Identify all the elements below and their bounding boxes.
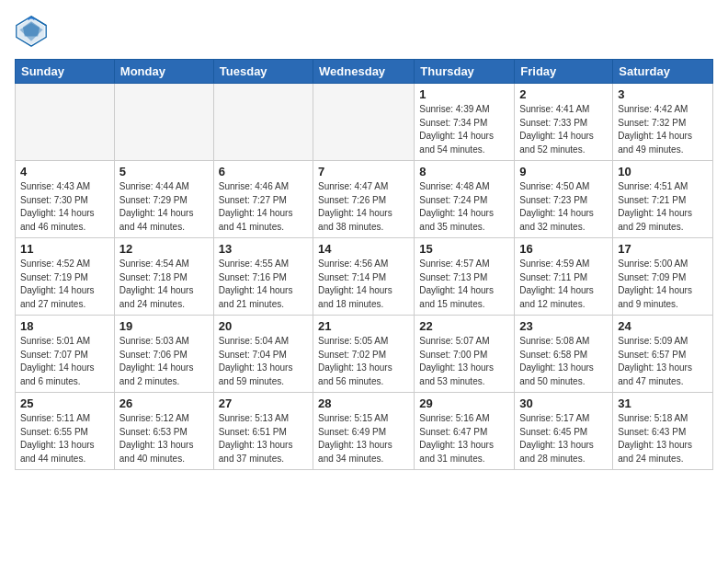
calendar-cell: 31Sunrise: 5:18 AM Sunset: 6:43 PM Dayli… (613, 393, 713, 470)
day-info: Sunrise: 5:00 AM Sunset: 7:09 PM Dayligh… (618, 258, 708, 311)
day-number: 27 (219, 396, 308, 410)
calendar-cell: 10Sunrise: 4:51 AM Sunset: 7:21 PM Dayli… (613, 161, 713, 238)
calendar-cell (313, 84, 415, 161)
day-number: 24 (618, 319, 708, 333)
day-number: 17 (618, 242, 708, 256)
day-info: Sunrise: 5:16 AM Sunset: 6:47 PM Dayligh… (419, 412, 509, 465)
day-info: Sunrise: 4:43 AM Sunset: 7:30 PM Dayligh… (20, 180, 109, 234)
calendar-cell: 9Sunrise: 4:50 AM Sunset: 7:23 PM Daylig… (515, 161, 613, 238)
day-number: 5 (119, 165, 209, 178)
day-number: 13 (219, 242, 308, 256)
calendar-cell: 24Sunrise: 5:09 AM Sunset: 6:57 PM Dayli… (613, 316, 713, 393)
calendar-cell: 2Sunrise: 4:41 AM Sunset: 7:33 PM Daylig… (515, 84, 613, 161)
day-info: Sunrise: 4:55 AM Sunset: 7:16 PM Dayligh… (219, 258, 308, 311)
day-info: Sunrise: 5:17 AM Sunset: 6:45 PM Dayligh… (519, 412, 608, 465)
day-info: Sunrise: 5:08 AM Sunset: 6:58 PM Dayligh… (519, 335, 608, 388)
calendar-cell: 22Sunrise: 5:07 AM Sunset: 7:00 PM Dayli… (415, 316, 515, 393)
day-number: 1 (419, 87, 509, 101)
day-number: 14 (318, 242, 409, 256)
calendar-table: SundayMondayTuesdayWednesdayThursdayFrid… (15, 59, 713, 470)
day-number: 20 (219, 319, 308, 333)
day-number: 15 (419, 242, 509, 256)
calendar-cell: 27Sunrise: 5:13 AM Sunset: 6:51 PM Dayli… (213, 393, 313, 470)
day-info: Sunrise: 4:50 AM Sunset: 7:23 PM Dayligh… (519, 180, 608, 234)
day-number: 7 (318, 165, 409, 178)
day-number: 8 (419, 165, 509, 178)
calendar-cell: 13Sunrise: 4:55 AM Sunset: 7:16 PM Dayli… (213, 238, 313, 316)
day-number: 28 (318, 396, 409, 410)
weekday-header-monday: Monday (114, 60, 213, 84)
day-number: 3 (618, 87, 708, 101)
day-info: Sunrise: 4:42 AM Sunset: 7:32 PM Dayligh… (618, 103, 708, 156)
day-info: Sunrise: 4:51 AM Sunset: 7:21 PM Dayligh… (618, 180, 708, 234)
calendar-cell: 18Sunrise: 5:01 AM Sunset: 7:07 PM Dayli… (16, 316, 115, 393)
page-header (15, 15, 713, 48)
calendar-week-3: 11Sunrise: 4:52 AM Sunset: 7:19 PM Dayli… (16, 238, 713, 316)
day-number: 31 (618, 396, 708, 410)
calendar-cell (16, 84, 115, 161)
day-info: Sunrise: 5:04 AM Sunset: 7:04 PM Dayligh… (219, 335, 308, 388)
day-info: Sunrise: 4:59 AM Sunset: 7:11 PM Dayligh… (519, 258, 608, 311)
calendar-cell: 29Sunrise: 5:16 AM Sunset: 6:47 PM Dayli… (415, 393, 515, 470)
logo (15, 15, 51, 48)
day-info: Sunrise: 5:01 AM Sunset: 7:07 PM Dayligh… (20, 335, 109, 388)
day-number: 11 (20, 242, 109, 256)
day-number: 21 (318, 319, 409, 333)
day-info: Sunrise: 5:13 AM Sunset: 6:51 PM Dayligh… (219, 412, 308, 465)
calendar-cell: 30Sunrise: 5:17 AM Sunset: 6:45 PM Dayli… (515, 393, 613, 470)
calendar-cell: 12Sunrise: 4:54 AM Sunset: 7:18 PM Dayli… (114, 238, 213, 316)
day-number: 9 (519, 165, 608, 178)
calendar-cell: 17Sunrise: 5:00 AM Sunset: 7:09 PM Dayli… (613, 238, 713, 316)
day-number: 16 (519, 242, 608, 256)
calendar-cell: 15Sunrise: 4:57 AM Sunset: 7:13 PM Dayli… (415, 238, 515, 316)
weekday-header-wednesday: Wednesday (313, 60, 415, 84)
calendar-cell: 6Sunrise: 4:46 AM Sunset: 7:27 PM Daylig… (213, 161, 313, 238)
calendar-cell: 28Sunrise: 5:15 AM Sunset: 6:49 PM Dayli… (313, 393, 415, 470)
day-number: 4 (20, 165, 109, 178)
day-number: 26 (119, 396, 209, 410)
calendar-cell: 20Sunrise: 5:04 AM Sunset: 7:04 PM Dayli… (213, 316, 313, 393)
calendar-cell: 11Sunrise: 4:52 AM Sunset: 7:19 PM Dayli… (16, 238, 115, 316)
day-info: Sunrise: 4:44 AM Sunset: 7:29 PM Dayligh… (119, 180, 209, 234)
calendar-cell: 3Sunrise: 4:42 AM Sunset: 7:32 PM Daylig… (613, 84, 713, 161)
day-info: Sunrise: 5:15 AM Sunset: 6:49 PM Dayligh… (318, 412, 409, 465)
day-number: 2 (519, 87, 608, 101)
calendar-cell (213, 84, 313, 161)
day-info: Sunrise: 5:12 AM Sunset: 6:53 PM Dayligh… (119, 412, 209, 465)
weekday-header-tuesday: Tuesday (213, 60, 313, 84)
day-number: 12 (119, 242, 209, 256)
day-info: Sunrise: 5:05 AM Sunset: 7:02 PM Dayligh… (318, 335, 409, 388)
weekday-header-friday: Friday (515, 60, 613, 84)
day-number: 23 (519, 319, 608, 333)
calendar-cell: 5Sunrise: 4:44 AM Sunset: 7:29 PM Daylig… (114, 161, 213, 238)
day-number: 22 (419, 319, 509, 333)
day-info: Sunrise: 5:03 AM Sunset: 7:06 PM Dayligh… (119, 335, 209, 388)
day-info: Sunrise: 5:07 AM Sunset: 7:00 PM Dayligh… (419, 335, 509, 388)
weekday-header-sunday: Sunday (16, 60, 115, 84)
day-number: 29 (419, 396, 509, 410)
day-info: Sunrise: 4:54 AM Sunset: 7:18 PM Dayligh… (119, 258, 209, 311)
calendar-cell: 19Sunrise: 5:03 AM Sunset: 7:06 PM Dayli… (114, 316, 213, 393)
weekday-header-thursday: Thursday (415, 60, 515, 84)
calendar-cell: 8Sunrise: 4:48 AM Sunset: 7:24 PM Daylig… (415, 161, 515, 238)
calendar-cell: 25Sunrise: 5:11 AM Sunset: 6:55 PM Dayli… (16, 393, 115, 470)
day-info: Sunrise: 4:39 AM Sunset: 7:34 PM Dayligh… (419, 103, 509, 156)
calendar-week-1: 1Sunrise: 4:39 AM Sunset: 7:34 PM Daylig… (16, 84, 713, 161)
day-info: Sunrise: 4:56 AM Sunset: 7:14 PM Dayligh… (318, 258, 409, 311)
calendar-cell: 4Sunrise: 4:43 AM Sunset: 7:30 PM Daylig… (16, 161, 115, 238)
day-number: 30 (519, 396, 608, 410)
day-info: Sunrise: 5:09 AM Sunset: 6:57 PM Dayligh… (618, 335, 708, 388)
weekday-header-row: SundayMondayTuesdayWednesdayThursdayFrid… (16, 60, 713, 84)
calendar-cell: 23Sunrise: 5:08 AM Sunset: 6:58 PM Dayli… (515, 316, 613, 393)
calendar-cell: 1Sunrise: 4:39 AM Sunset: 7:34 PM Daylig… (415, 84, 515, 161)
day-info: Sunrise: 5:11 AM Sunset: 6:55 PM Dayligh… (20, 412, 109, 465)
calendar-cell: 14Sunrise: 4:56 AM Sunset: 7:14 PM Dayli… (313, 238, 415, 316)
day-info: Sunrise: 4:41 AM Sunset: 7:33 PM Dayligh… (519, 103, 608, 156)
calendar-week-2: 4Sunrise: 4:43 AM Sunset: 7:30 PM Daylig… (16, 161, 713, 238)
calendar-week-5: 25Sunrise: 5:11 AM Sunset: 6:55 PM Dayli… (16, 393, 713, 470)
weekday-header-saturday: Saturday (613, 60, 713, 84)
day-info: Sunrise: 4:52 AM Sunset: 7:19 PM Dayligh… (20, 258, 109, 311)
day-info: Sunrise: 4:47 AM Sunset: 7:26 PM Dayligh… (318, 180, 409, 234)
day-info: Sunrise: 4:48 AM Sunset: 7:24 PM Dayligh… (419, 180, 509, 234)
day-number: 18 (20, 319, 109, 333)
